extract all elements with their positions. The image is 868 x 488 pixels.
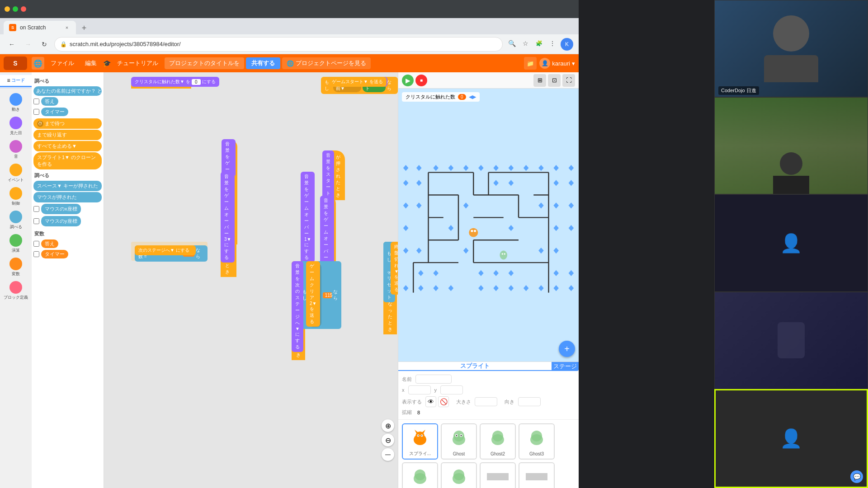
user-menu[interactable]: 👤 karauri ▾ [539,58,575,69]
settings-icon[interactable]: ⋮ [547,38,558,49]
myblock-icon [9,281,22,294]
project-title[interactable]: プロジェクトのタイトルを [165,57,244,69]
tutorial-item[interactable]: 🎓 チュートリアル [103,57,163,69]
sprite-item-5[interactable]: Ghost5 [441,462,477,488]
palette-block-answer[interactable]: 答え [41,97,58,106]
url-bar[interactable]: 🔒 scratch.mit.edu/projects/380578984/edi… [54,37,503,52]
palette-block-0[interactable]: あなたの名前は何ですか？ と聞いて [33,86,102,96]
block-end-send[interactable]: 終盤切れ▼ を送る [391,242,398,295]
sprite-item-7[interactable]: スプライ... [519,462,555,488]
timer-checkbox[interactable] [33,109,39,115]
code-canvas[interactable]: ステージ▼ になったとき クリスタルに触れた数▼ を 0 にする [104,72,398,488]
view-page-button[interactable]: 🌐 プロジェクトページを見る [282,57,371,69]
pb-repeat-until[interactable]: まで繰り返す [33,130,102,140]
cat-motion[interactable]: 動き [2,91,29,114]
zoom-in-button[interactable]: ⊕ [382,419,394,432]
cat-blocks[interactable]: ブロック定義 [2,279,29,302]
block-go-looks[interactable]: 音景を ゲームオーバー1▼ にする [301,172,315,263]
video-panel-1 [714,97,868,194]
zoom-reset-button[interactable]: — [382,448,394,461]
back-button[interactable]: ← [5,38,18,51]
sprite-item-6[interactable]: スプライ... [480,462,516,488]
cat-operator[interactable]: 演算 [2,232,29,255]
sprite-item-4[interactable]: Ghost4 [402,462,438,488]
extensions-icon[interactable]: 🧩 [533,38,544,49]
block-crystal-reset[interactable]: クリスタルに触れた数▼ を 0 にする [131,77,219,87]
sprite-item-0[interactable]: スプライ... [402,423,438,460]
hide-button[interactable]: 🚫 [438,396,449,407]
tab-close-button[interactable]: × [63,24,71,31]
show-button[interactable]: 👁 [425,396,436,407]
new-tab-button[interactable]: + [78,22,90,34]
sprite-x-input[interactable] [408,385,431,394]
answer-checkbox[interactable] [33,99,39,104]
pb-answer-var[interactable]: 答え [41,239,58,248]
globe-menu[interactable]: 🌐 [32,57,44,70]
add-sprite-button[interactable]: + [559,341,575,357]
scratch-logo[interactable]: S [4,56,27,70]
pb-timer-var[interactable]: タイマー [41,250,68,258]
active-tab[interactable]: S on Scratch × [4,21,76,34]
fullscreen-button[interactable]: ⛶ [562,74,575,87]
pb-mouse-x[interactable]: マウスのx座標 [41,204,81,214]
sprite-dir-input[interactable] [518,397,541,406]
pb-mouse-y[interactable]: マウスのy座標 [41,216,81,226]
cat-looks[interactable]: 見た目 [2,115,29,138]
sprite-item-1[interactable]: Ghost [441,423,477,460]
sprite-item-2[interactable]: Ghost2 [480,423,516,460]
block-next-stage[interactable]: 次のステージへ▼ にする [135,245,193,255]
cat-control[interactable]: 制御 [2,185,29,208]
zoom-out-button[interactable]: ⊖ [382,434,394,446]
stop-button[interactable]: ■ [415,75,427,86]
sprite-tab[interactable]: スプライト [398,362,552,371]
palette-block-timer[interactable]: タイマー [41,108,68,116]
forward-button[interactable]: → [22,38,34,51]
sprite-name-input[interactable] [415,375,452,384]
pb-mouse-down[interactable]: マウスが押された [33,192,102,202]
sprite-size-input[interactable] [475,397,497,406]
stage-svg [398,89,579,361]
block-game-start[interactable]: ゲームスタート▼ を送る [328,77,387,87]
cat-sound[interactable]: 音 [2,138,29,161]
pb-space-key[interactable]: スペース▼ キーが押された [33,181,102,191]
cat-variables[interactable]: 変数 [2,256,29,279]
stop-icon: ■ [420,78,423,83]
maximize-button[interactable] [13,6,18,12]
mouse-x-checkbox[interactable] [33,206,39,212]
next-s2-text: 音景を 次のステージへ▼ にする [295,263,300,350]
svg-point-76 [469,228,478,237]
pb-stop-all[interactable]: すべてを止める▼ [33,141,102,151]
cat-sensing[interactable]: 調べる [2,209,29,232]
chat-icon[interactable]: 💬 [850,470,863,483]
edit-menu[interactable]: 編集 [80,57,101,69]
code-tab[interactable]: ≡ コード [0,75,32,87]
full-stage-button[interactable]: ⊡ [548,74,561,87]
small-stage-button[interactable]: ⊞ [533,74,546,87]
sprite-thumb-6 [486,465,509,488]
folder-icon[interactable]: 📁 [524,57,537,70]
minimize-button[interactable] [5,6,10,12]
tab-title: on Scratch [20,24,60,31]
var-timer-checkbox[interactable] [33,251,39,257]
pb-clone[interactable]: スプライト1▼ のクローンを作る [33,152,102,169]
block-go3-looks[interactable]: 音景を ゲームオーバー3▼ にする [221,172,235,263]
bookmark-icon[interactable]: ☆ [520,38,531,49]
block-next-stage2[interactable]: 音景を 次のステージへ▼ にする [292,261,303,352]
mouse-y-checkbox[interactable] [33,218,39,224]
svg-point-94 [456,435,458,436]
var-answer-checkbox[interactable] [33,241,39,247]
sprite-thumb-1 [447,427,471,450]
file-menu[interactable]: ファイル [46,57,79,69]
reload-button[interactable]: ↻ [38,38,51,51]
user-avatar[interactable]: K [561,38,573,51]
close-button[interactable] [21,6,26,12]
share-button[interactable]: 共有する [246,57,280,69]
green-flag-button[interactable]: ▶ [402,75,414,86]
search-icon[interactable]: 🔍 [506,38,517,49]
pb-wait[interactable]: ⏱ まで待つ [33,118,102,129]
block-gc2-send[interactable]: ゲームクリア2▼ を送る [306,261,320,327]
cat-events[interactable]: イベント [2,162,29,185]
sprite-y-input[interactable] [440,385,463,394]
sprite-item-3[interactable]: Ghost3 [519,423,555,460]
stage-tab-button[interactable]: ステージ [552,362,579,371]
